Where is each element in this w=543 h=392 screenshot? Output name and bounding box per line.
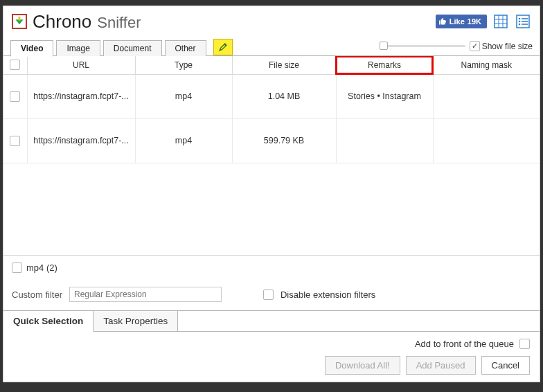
svg-point-11 — [519, 24, 521, 26]
tab-quick-selection[interactable]: Quick Selection — [3, 311, 94, 332]
svg-rect-12 — [522, 24, 528, 25]
thumb-up-icon — [438, 17, 447, 26]
cell-remarks: Stories • Instagram — [336, 74, 433, 118]
pencil-icon — [218, 42, 228, 52]
size-slider[interactable] — [382, 45, 465, 47]
cell-naming — [433, 74, 540, 118]
row-checkbox[interactable] — [10, 136, 20, 146]
cell-size: 1.04 MB — [232, 74, 336, 118]
cell-type: mp4 — [135, 118, 232, 163]
cell-size: 599.79 KB — [232, 118, 336, 163]
svg-rect-10 — [522, 21, 528, 22]
col-naming[interactable]: Naming mask — [433, 56, 540, 74]
slider-handle[interactable] — [380, 42, 388, 50]
select-all-checkbox[interactable] — [10, 60, 20, 70]
col-type[interactable]: Type — [135, 56, 232, 74]
svg-rect-1 — [495, 15, 507, 28]
svg-point-9 — [519, 21, 521, 23]
col-checkbox[interactable] — [3, 56, 27, 74]
cell-naming — [433, 118, 540, 163]
edit-button[interactable] — [213, 39, 233, 55]
table-row[interactable]: https://instagram.fcpt7-... mp4 599.79 K… — [3, 118, 540, 163]
custom-filter-label: Custom filter — [12, 289, 62, 300]
title-light: Sniffer — [97, 14, 141, 32]
results-table: URL Type File size Remarks Naming mask h… — [3, 56, 540, 163]
svg-rect-8 — [522, 18, 528, 19]
show-file-size-toggle[interactable]: Show file size — [470, 41, 533, 51]
add-paused-button[interactable]: Add Paused — [406, 356, 476, 375]
list-view-button[interactable] — [515, 13, 531, 30]
fb-like-label: Like — [449, 17, 465, 26]
grid-view-button[interactable] — [492, 13, 509, 30]
col-size[interactable]: File size — [232, 56, 336, 74]
app-logo — [12, 14, 27, 29]
cell-url: https://instagram.fcpt7-... — [27, 74, 135, 118]
show-file-size-label: Show file size — [482, 42, 533, 51]
cell-url: https://instagram.fcpt7-... — [27, 118, 135, 163]
tab-video[interactable]: Video — [10, 40, 53, 57]
disable-ext-label: Disable extension filters — [281, 289, 375, 300]
disable-ext-checkbox[interactable] — [263, 289, 274, 300]
custom-filter-input[interactable] — [69, 287, 222, 302]
type-filter-row[interactable]: mp4 (2) — [3, 256, 540, 285]
svg-point-7 — [519, 18, 521, 20]
app-title: Chrono Sniffer — [33, 11, 141, 33]
col-remarks[interactable]: Remarks — [336, 56, 433, 74]
table-row[interactable]: https://instagram.fcpt7-... mp4 1.04 MB … — [3, 74, 540, 118]
download-all-button[interactable]: Download All! — [325, 356, 400, 375]
col-url[interactable]: URL — [27, 56, 135, 74]
svg-rect-0 — [19, 17, 21, 21]
list-icon — [516, 15, 530, 28]
show-file-size-checkbox[interactable] — [470, 41, 480, 51]
cell-remarks — [336, 118, 433, 163]
tab-image[interactable]: Image — [56, 40, 100, 56]
tab-task-properties[interactable]: Task Properties — [94, 311, 178, 331]
fb-like-count: 19K — [468, 17, 481, 26]
cell-type: mp4 — [135, 74, 232, 118]
queue-checkbox[interactable] — [519, 339, 530, 349]
cancel-button[interactable]: Cancel — [481, 356, 530, 375]
queue-label: Add to front of the queue — [415, 339, 514, 349]
tab-other[interactable]: Other — [165, 40, 206, 56]
title-bold: Chrono — [33, 11, 91, 33]
tab-document[interactable]: Document — [103, 40, 162, 56]
mp4-filter-checkbox[interactable] — [12, 262, 22, 273]
facebook-like-button[interactable]: Like 19K — [436, 15, 487, 28]
mp4-filter-label: mp4 (2) — [26, 262, 57, 273]
row-checkbox[interactable] — [10, 91, 20, 102]
table-header-row: URL Type File size Remarks Naming mask — [3, 56, 540, 74]
grid-icon — [494, 15, 508, 28]
